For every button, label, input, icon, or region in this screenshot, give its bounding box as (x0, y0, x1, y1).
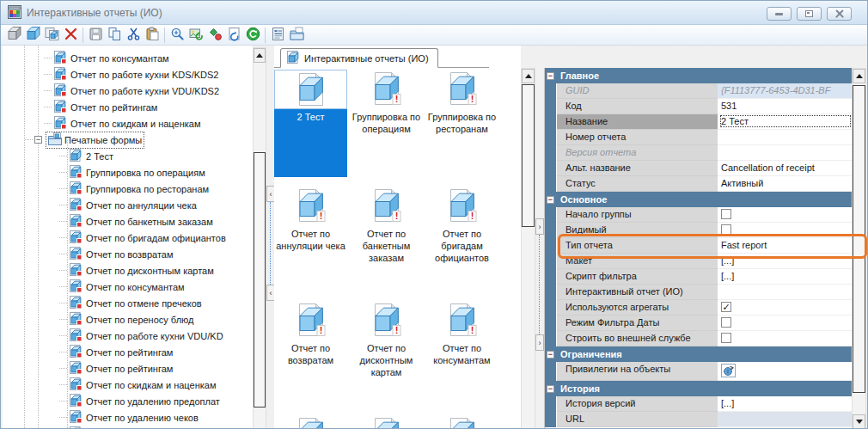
props-scroll-up-button[interactable] (853, 69, 865, 83)
property-row[interactable]: Альт. названиеCancellation of receipt (545, 161, 852, 176)
copy-button[interactable] (105, 26, 124, 44)
property-value-cell[interactable]: [...] (718, 254, 852, 269)
left-splitter[interactable]: ‹ ‹ (266, 46, 274, 429)
property-value[interactable]: [...] (721, 255, 734, 266)
property-row[interactable]: История версий[...] (545, 396, 852, 412)
property-row[interactable]: Режим Фильтра Даты (545, 316, 852, 331)
property-value-cell[interactable] (718, 207, 852, 223)
property-value-cell[interactable] (718, 130, 852, 145)
property-section-header[interactable]: −Ограничения (545, 346, 852, 362)
property-row[interactable]: Привилегии на объекты (545, 362, 852, 381)
tree-item[interactable]: Отчет по консумантам (3, 50, 169, 66)
tree-item[interactable]: Отчет по удалению предоплат (3, 393, 220, 409)
tree-scroll-up-button[interactable] (254, 48, 266, 63)
property-row[interactable]: Видимый (545, 223, 852, 238)
property-section-header[interactable]: −Основное (545, 192, 852, 207)
tree-item[interactable]: Отчет по скидкам и наценкам (3, 115, 200, 132)
property-value-cell[interactable]: [...] (718, 396, 852, 412)
report-grid-item[interactable]: !Группировка по операциям (350, 70, 423, 177)
tree-item[interactable]: Группировка по операциям (3, 164, 205, 181)
tree-item[interactable]: Отчет по рейтингам (3, 344, 173, 360)
property-value[interactable]: Cancellation of receipt (721, 162, 815, 173)
tree-item[interactable]: Отчет по рейтингам (3, 360, 173, 377)
close-button[interactable] (827, 7, 852, 21)
tree-item[interactable]: Отчет по удалениям блюд (3, 426, 201, 429)
report-grid-item[interactable] (350, 415, 423, 429)
icon-scrollbar-thumb[interactable] (522, 84, 535, 227)
property-row[interactable]: URL (545, 412, 852, 427)
collapse-right-button[interactable]: › (535, 218, 544, 235)
report-grid-item[interactable]: !Отчет по консумантам (425, 301, 498, 408)
icon-panel-scrollbar[interactable] (521, 68, 535, 429)
icon-scroll-up-button[interactable] (522, 69, 535, 83)
property-value-cell[interactable] (718, 316, 852, 331)
tree-item[interactable]: Отчет по работе кухни VDU/KDS2 (3, 83, 219, 99)
tree-item[interactable]: Отчет по дисконтным картам (3, 262, 214, 279)
property-value[interactable]: [...] (721, 271, 734, 281)
maximize-button[interactable] (797, 7, 822, 21)
report-grid-item[interactable]: !Отчет по банкетным заказам (350, 187, 423, 294)
properties-scrollbar[interactable] (852, 68, 866, 429)
property-value-cell[interactable] (718, 362, 852, 381)
collapse-right-button[interactable]: › (535, 334, 544, 351)
report-grid-item[interactable] (274, 415, 347, 429)
checkbox-icon[interactable] (721, 317, 731, 328)
copy-window-button[interactable] (42, 26, 61, 44)
report-grid-item[interactable]: !Отчет по аннуляции чека (274, 187, 347, 294)
property-value-cell[interactable] (718, 223, 852, 238)
tree-item[interactable]: Отчет по аннуляции чека (3, 197, 197, 213)
collapse-expander-icon[interactable]: − (34, 136, 42, 144)
tree-item[interactable]: Отчет по удалению чеков (3, 409, 199, 426)
report-view-button[interactable] (268, 26, 287, 44)
refresh-button[interactable] (243, 26, 262, 44)
property-row[interactable]: Интерактивный отчет (ИО) (545, 285, 852, 300)
property-row[interactable]: Начало группы (545, 207, 852, 223)
report-grid-item[interactable]: !Отчет по возвратам (274, 301, 347, 408)
tree-scrollbar[interactable] (253, 47, 266, 429)
report-grid-item[interactable] (425, 415, 498, 429)
cube-outline-button[interactable] (4, 26, 23, 44)
page-refresh-button[interactable] (224, 26, 243, 44)
tree-item[interactable]: −Печатные формы (3, 132, 144, 148)
tree-item[interactable]: Отчет по консумантам (3, 279, 185, 295)
tree-item[interactable]: Группировка по ресторанам (3, 181, 209, 197)
props-scroll-down-button[interactable] (853, 414, 865, 429)
zoom-button[interactable] (168, 26, 186, 44)
property-section-header[interactable]: −История (545, 381, 852, 396)
replace-button[interactable] (205, 26, 224, 44)
property-value-cell[interactable]: {F1113777-6453-4D31-BF (718, 83, 852, 99)
tree-item[interactable]: Отчет по работе кухни VDU/KD (3, 328, 223, 344)
collapse-section-icon[interactable]: − (547, 72, 554, 80)
property-row[interactable]: Используются агрегаты✓ (545, 300, 852, 316)
property-value-cell[interactable] (718, 285, 852, 300)
props-scrollbar-thumb[interactable] (853, 85, 865, 393)
delete-button[interactable] (61, 26, 80, 44)
tree-item[interactable]: Отчет по банкетным заказам (3, 213, 213, 230)
property-value-cell[interactable]: 2 Тест (718, 114, 852, 130)
property-value-cell[interactable]: [...] (718, 269, 852, 285)
tree-item[interactable]: Отчет по бригадам официантов (3, 230, 226, 246)
property-row[interactable]: GUID{F1113777-6453-4D31-BF (545, 83, 852, 99)
collapse-section-icon[interactable]: − (547, 385, 554, 393)
folder-export-button[interactable] (287, 26, 306, 44)
property-value-cell[interactable] (718, 331, 852, 346)
collapse-section-icon[interactable]: − (547, 351, 554, 359)
property-row[interactable]: Код531 (545, 99, 852, 114)
privileges-globe-button[interactable] (721, 364, 736, 377)
paste-button[interactable] (143, 26, 162, 44)
property-value[interactable]: [...] (721, 398, 734, 408)
tree-item[interactable]: Отчет по рейтингам (3, 99, 157, 115)
property-value-cell[interactable]: Cancellation of receipt (718, 161, 852, 176)
tab-interactive-reports[interactable]: Интерактивные отчеты (ИО) (280, 48, 438, 68)
property-value[interactable]: 2 Тест (721, 116, 850, 126)
property-value-cell[interactable]: ✓ (718, 300, 852, 316)
minimize-button[interactable] (767, 7, 792, 21)
property-value-cell[interactable] (718, 412, 852, 427)
property-value-cell[interactable]: 531 (718, 99, 852, 114)
property-value[interactable]: Fast report (721, 240, 767, 250)
property-value-cell[interactable] (718, 145, 852, 161)
property-row[interactable]: Тип отчетаFast report (545, 238, 852, 254)
tree-item[interactable]: Отчет по возвратам (3, 246, 174, 262)
property-row[interactable]: Строить во внешней службе (545, 331, 852, 346)
tree-scrollbar-thumb[interactable] (254, 152, 266, 408)
